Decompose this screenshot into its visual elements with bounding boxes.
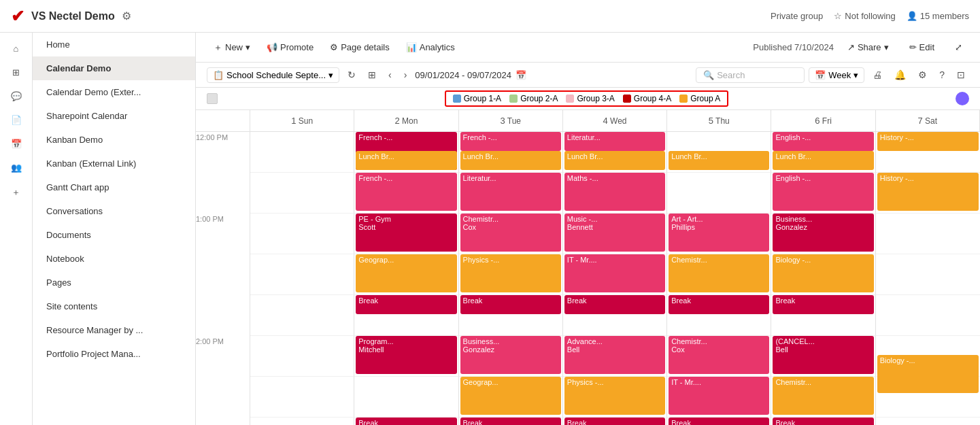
event-pegym-mon[interactable]: PE - GymScott <box>356 214 456 252</box>
event-english-fri-1[interactable]: English -... <box>773 132 873 151</box>
event-break2-mon[interactable]: Break <box>356 418 456 425</box>
share-button[interactable]: ↗ Share ▾ <box>841 39 896 55</box>
print-button[interactable]: 🖨 <box>868 67 886 83</box>
sidebar-item-portfolio[interactable]: Portfolio Project Mana... <box>33 342 195 366</box>
sidebar-item-sharepoint-calendar[interactable]: Sharepoint Calendar <box>33 104 195 128</box>
event-break-thu[interactable]: Break <box>669 295 769 314</box>
top-bar: ✔ VS Nectel Demo ⚙ Private group ☆ Not f… <box>0 0 980 33</box>
event-geograp-tue[interactable]: Geograp... <box>460 377 561 415</box>
sidebar-item-notebook[interactable]: Notebook <box>33 247 195 271</box>
event-art-thu[interactable]: Art - Art...Phillips <box>669 214 769 252</box>
sidebar-item-gantt[interactable]: Gantt Chart app <box>33 175 195 199</box>
week-view-selector[interactable]: 📅 Week ▾ <box>809 67 864 83</box>
sidebar-item-calendar-demo-ext[interactable]: Calendar Demo (Exter... <box>33 80 195 104</box>
grid-view-button[interactable]: ⊞ <box>364 67 380 83</box>
event-chemistr-thu2[interactable]: Chemistr...Cox <box>669 336 769 374</box>
legend-box-4a <box>623 95 631 103</box>
event-french-mon-2[interactable]: French -... <box>356 173 456 211</box>
sparkle-icon[interactable] <box>956 92 969 105</box>
event-lunch-mon[interactable]: Lunch Br... <box>356 151 456 170</box>
event-lunch-thu[interactable]: Lunch Br... <box>669 151 769 170</box>
event-music-wed[interactable]: Music -...Bennett <box>564 214 665 252</box>
new-button[interactable]: ＋ New ▾ <box>207 39 257 56</box>
event-cancel-fri[interactable]: (CANCEL...Bell <box>773 336 873 374</box>
following-btn[interactable]: ☆ Not following <box>834 11 895 21</box>
calendar-view-selector[interactable]: 📋 School Schedule Septe... ▾ <box>207 67 339 83</box>
sidebar-item-home[interactable]: Home <box>33 33 195 56</box>
event-program-mon[interactable]: Program...Mitchell <box>356 336 456 374</box>
time-label-break1 <box>196 295 250 336</box>
event-physics-wed[interactable]: Physics -... <box>564 377 665 415</box>
nav-doc-icon[interactable]: 📄 <box>5 109 27 131</box>
event-advance-wed[interactable]: Advance...Bell <box>564 336 665 374</box>
calendar-body: 1 Sun 2 Mon 3 Tue 4 Wed 5 Thu 6 Fri 7 Sa… <box>196 110 980 425</box>
legend-box-a <box>679 95 688 103</box>
sidebar-item-kanban-ext[interactable]: Kanban (External Link) <box>33 152 195 175</box>
event-chemistr-thu[interactable]: Chemistr... <box>669 254 769 292</box>
event-business-tue[interactable]: Business...Gonzalez <box>460 336 561 374</box>
event-lunch-wed[interactable]: Lunch Br... <box>564 151 665 170</box>
cell-mon-130pm: Geograp... <box>354 254 458 295</box>
page-details-button[interactable]: ⚙ Page details <box>323 39 396 55</box>
nav-chat-icon[interactable]: 💬 <box>5 86 27 107</box>
members-btn[interactable]: 👤 15 members <box>907 11 969 21</box>
sidebar-item-kanban-ext-label: Kanban (External Link) <box>46 158 136 169</box>
time-row-1200: 12:00 PM French -... Lunch Br... French … <box>196 132 980 173</box>
search-box[interactable]: 🔍 Search <box>696 67 805 83</box>
event-chemistr-tue[interactable]: Chemistr...Cox <box>460 214 561 252</box>
sidebar-item-pages[interactable]: Pages <box>33 271 195 294</box>
sidebar-item-notebook-label: Notebook <box>46 254 84 264</box>
expand-button[interactable]: ⤢ <box>948 39 969 55</box>
more-button[interactable]: ⊡ <box>953 67 969 83</box>
event-physics-tue[interactable]: Physics -... <box>460 254 561 292</box>
sidebar-item-conversations[interactable]: Conversations <box>33 199 195 223</box>
bell-button[interactable]: 🔔 <box>890 67 910 83</box>
nav-home-icon[interactable]: ⌂ <box>8 38 24 59</box>
event-lunch-fri[interactable]: Lunch Br... <box>773 151 873 170</box>
event-break2-wed[interactable]: Break <box>564 418 665 425</box>
promote-button[interactable]: 📢 Promote <box>260 39 320 55</box>
cell-tue-1200: French -... Lunch Br... <box>459 132 563 173</box>
event-break2-fri[interactable]: Break <box>773 418 873 425</box>
cal-settings-button[interactable]: ⚙ <box>914 67 931 83</box>
sidebar-item-home-label: Home <box>46 39 70 50</box>
event-chemistr-fri[interactable]: Chemistr... <box>773 377 873 415</box>
time-label-100pm: 1:00 PM <box>196 214 250 254</box>
analytics-button[interactable]: 📊 Analytics <box>399 39 462 55</box>
help-button[interactable]: ? <box>935 67 949 83</box>
event-break2-thu[interactable]: Break <box>669 418 769 425</box>
nav-waffle-icon[interactable]: ⊞ <box>7 62 25 83</box>
event-literatur-wed-1[interactable]: Literatur... <box>564 132 665 151</box>
event-tue-1200-1[interactable]: French -... <box>460 132 561 151</box>
event-lunch-tue[interactable]: Lunch Br... <box>460 151 561 170</box>
nav-plus-icon[interactable]: ＋ <box>6 181 26 204</box>
refresh-button[interactable]: ↻ <box>343 67 360 83</box>
event-history-sat-2[interactable]: History -... <box>877 173 979 211</box>
prev-button[interactable]: ‹ <box>384 67 396 83</box>
sidebar-item-resource-manager[interactable]: Resource Manager by ... <box>33 318 195 342</box>
event-break-mon[interactable]: Break <box>356 295 456 314</box>
event-break-fri[interactable]: Break <box>773 295 873 314</box>
sidebar-item-kanban-demo[interactable]: Kanban Demo <box>33 128 195 152</box>
event-biology-fri[interactable]: Biology -... <box>773 254 873 292</box>
event-it-thu[interactable]: IT - Mr.... <box>669 377 769 415</box>
edit-button[interactable]: ✏ Edit <box>902 39 941 55</box>
event-maths-wed-1[interactable]: Maths -... <box>564 173 665 211</box>
event-business-fri[interactable]: Business...Gonzalez <box>773 214 873 252</box>
event-break2-tue[interactable]: Break <box>460 418 561 425</box>
nav-calendar-nav-icon[interactable]: 📅 <box>5 133 27 154</box>
grid-toggle[interactable] <box>207 93 218 104</box>
event-english-fri-2[interactable]: English -... <box>773 173 873 211</box>
next-button[interactable]: › <box>400 67 411 83</box>
settings-icon[interactable]: ⚙ <box>122 10 131 22</box>
sidebar-item-site-contents[interactable]: Site contents <box>33 294 195 318</box>
event-history-sat-1[interactable]: History -... <box>877 132 979 151</box>
event-it-wed[interactable]: IT - Mr.... <box>564 254 665 292</box>
sidebar-item-calendar-demo[interactable]: Calendar Demo <box>33 56 195 80</box>
event-break-wed[interactable]: Break <box>564 295 665 314</box>
event-break-tue[interactable]: Break <box>460 295 561 314</box>
nav-teams-icon[interactable]: 👥 <box>5 157 27 178</box>
event-geograp-mon[interactable]: Geograp... <box>356 254 456 292</box>
sidebar-item-documents[interactable]: Documents <box>33 223 195 247</box>
event-literatur-tue[interactable]: Literatur... <box>460 173 561 211</box>
